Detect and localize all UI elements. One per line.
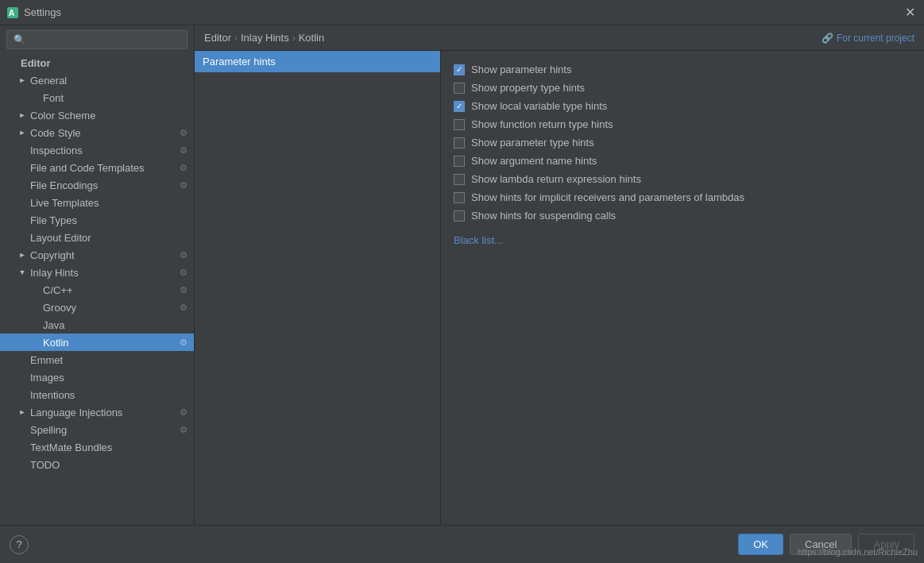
sidebar-item-spelling[interactable]: Spelling ⚙ [0,421,194,438]
sidebar-item-code-style[interactable]: Code Style ⚙ [0,124,194,141]
arrow-general [16,74,29,87]
checkbox-row-show-local-variable-type-hints: Show local variable type hints [454,97,911,115]
link-icon: 🔗 [822,33,833,44]
editor-label: Editor [21,57,188,69]
svg-text:A: A [9,9,14,17]
label-show-argument-name-hints: Show argument name hints [471,155,597,167]
sidebar-item-todo[interactable]: TODO [0,456,194,473]
cpp-label: C/C++ [43,284,180,296]
sidebar-item-images[interactable]: Images [0,368,194,386]
right-panel: Editor › Inlay Hints › Kotlin 🔗 For curr… [195,25,924,525]
checkbox-show-hints-for-suspending-calls[interactable] [454,210,465,222]
window-title: Settings [24,6,61,18]
hint-item-parameter-hints[interactable]: Parameter hints [195,51,440,72]
live-templates-label: Live Templates [30,197,188,209]
sidebar-item-font[interactable]: Font [0,89,194,106]
label-show-parameter-type-hints: Show parameter type hints [471,137,594,148]
sidebar-item-live-templates[interactable]: Live Templates [0,194,194,211]
sidebar-item-intentions[interactable]: Intentions [0,386,194,403]
breadcrumb-sep-2: › [292,33,296,44]
hint-item-label: Parameter hints [203,56,276,67]
code-style-label: Code Style [30,127,180,139]
checkbox-show-parameter-type-hints[interactable] [454,137,465,148]
checkbox-show-parameter-hints[interactable] [454,64,465,75]
copyright-icon: ⚙ [180,250,188,260]
spelling-icon: ⚙ [180,425,188,435]
checkbox-show-argument-name-hints[interactable] [454,156,465,167]
sidebar-item-copyright[interactable]: Copyright ⚙ [0,246,194,264]
file-templates-label: File and Code Templates [30,162,180,174]
for-current-project-label: For current project [837,33,914,44]
app-icon: A [6,6,19,19]
ok-label: OK [753,538,768,550]
textmate-label: TextMate Bundles [30,442,188,453]
file-encodings-icon: ⚙ [180,180,188,191]
label-show-hints-for-suspending-calls: Show hints for suspending calls [471,210,616,222]
sidebar-item-emmet[interactable]: Emmet [0,351,194,368]
checkbox-show-property-type-hints[interactable] [454,83,465,94]
general-label: General [30,75,188,87]
sidebar-item-inlay-hints[interactable]: Inlay Hints ⚙ [0,264,194,281]
sidebar-item-cpp[interactable]: C/C++ ⚙ [0,281,194,299]
sidebar-item-file-types[interactable]: File Types [0,211,194,229]
checkbox-row-show-function-return-type-hints: Show function return type hints [454,115,911,133]
breadcrumb-bar: Editor › Inlay Hints › Kotlin 🔗 For curr… [195,25,924,51]
font-label: Font [43,92,188,104]
help-button[interactable]: ? [10,535,29,554]
sidebar-item-inspections[interactable]: Inspections ⚙ [0,141,194,159]
arrow-copyright [16,249,29,261]
spelling-label: Spelling [30,424,180,436]
bottom-bar: ? OK Cancel Apply [0,525,924,563]
breadcrumb-inlay-hints: Inlay Hints [241,32,289,44]
search-input[interactable] [29,34,180,45]
black-list-link[interactable]: Black list... [454,234,503,246]
inspections-label: Inspections [30,145,180,156]
sidebar-item-language-injections[interactable]: Language Injections ⚙ [0,403,194,421]
arrow-code-style [16,126,29,139]
titlebar: A Settings ✕ [0,0,924,25]
sidebar-item-file-and-code-templates[interactable]: File and Code Templates ⚙ [0,159,194,176]
layout-editor-label: Layout Editor [30,232,188,244]
settings-panel: Show parameter hints Show property type … [441,51,924,525]
sidebar-item-groovy[interactable]: Groovy ⚙ [0,299,194,316]
sidebar-item-file-encodings[interactable]: File Encodings ⚙ [0,176,194,194]
sidebar-item-color-scheme[interactable]: Color Scheme [0,106,194,124]
bottom-left: ? [10,535,29,554]
cpp-icon: ⚙ [180,285,188,295]
sidebar-item-layout-editor[interactable]: Layout Editor [0,229,194,246]
ok-button[interactable]: OK [738,534,783,555]
breadcrumb-sep-1: › [234,33,238,44]
close-button[interactable]: ✕ [902,5,918,21]
checkbox-row-show-parameter-type-hints: Show parameter type hints [454,133,911,152]
arrow-color-scheme [16,109,29,121]
for-current-project-link[interactable]: 🔗 For current project [822,33,914,44]
kotlin-icon: ⚙ [180,337,188,348]
emmet-label: Emmet [30,354,188,366]
checkbox-row-show-lambda-return-expression-hints: Show lambda return expression hints [454,170,911,188]
sidebar-item-editor[interactable]: Editor [0,54,194,71]
checkbox-row-show-parameter-hints: Show parameter hints [454,60,911,79]
checkbox-show-hints-for-implicit-receivers[interactable] [454,192,465,203]
checkbox-show-function-return-type-hints[interactable] [454,119,465,130]
file-encodings-label: File Encodings [30,179,180,191]
checkbox-show-local-variable-type-hints[interactable] [454,101,465,112]
help-label: ? [16,538,21,550]
hints-list: Parameter hints [195,51,441,525]
breadcrumb-kotlin: Kotlin [299,32,325,44]
images-label: Images [30,372,188,384]
sidebar-item-java[interactable]: Java [0,316,194,334]
sidebar-item-general[interactable]: General [0,71,194,89]
checkbox-row-show-hints-for-suspending-calls: Show hints for suspending calls [454,206,911,225]
black-list-label: Black list... [454,234,503,246]
checkbox-show-lambda-return-expression-hints[interactable] [454,174,465,185]
inlay-hints-label: Inlay Hints [30,267,180,279]
intentions-label: Intentions [30,389,188,401]
label-show-hints-for-implicit-receivers: Show hints for implicit receivers and pa… [471,191,744,203]
sidebar: 🔍 Editor General Font [0,25,195,525]
main-content: 🔍 Editor General Font [0,25,924,525]
sidebar-item-textmate-bundles[interactable]: TextMate Bundles [0,438,194,456]
code-style-icon: ⚙ [180,128,188,138]
inlay-hints-icon: ⚙ [180,268,188,278]
sidebar-item-kotlin[interactable]: Kotlin ⚙ [0,334,194,351]
search-box[interactable]: 🔍 [6,30,188,49]
